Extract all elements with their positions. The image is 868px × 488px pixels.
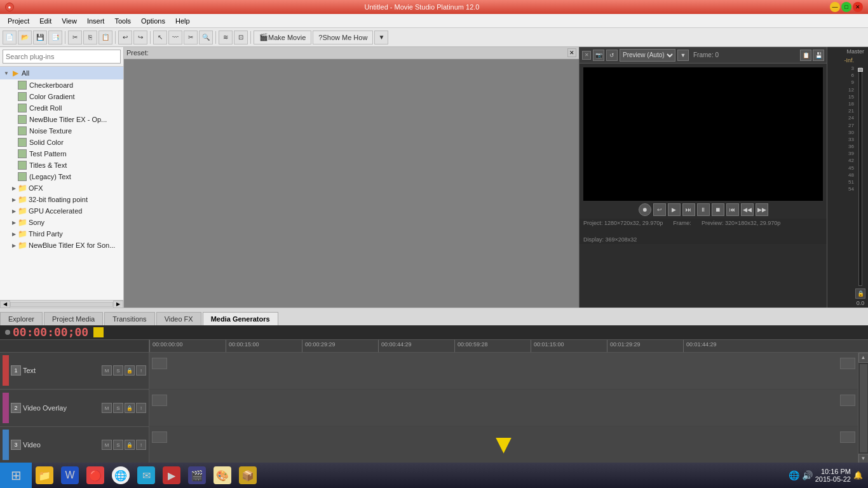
taskbar-files-button[interactable]: 📁 [32, 463, 57, 487]
save-as-button[interactable]: 📑 [48, 30, 62, 44]
snap-tool[interactable]: ⊡ [234, 30, 248, 44]
copy-button[interactable]: ⎘ [83, 30, 97, 44]
show-me-how-button[interactable]: ? Show Me How [313, 30, 373, 44]
save-button[interactable]: 💾 [33, 30, 47, 44]
preview-snap-button[interactable]: 📷 [593, 50, 604, 61]
tree-item-checkerboard[interactable]: Checkerboard [0, 79, 123, 91]
track3-mute-button[interactable]: M [102, 440, 112, 450]
open-button[interactable]: 📂 [18, 30, 32, 44]
preview-play-button[interactable]: ▶ [668, 203, 681, 216]
cursor-tool[interactable]: ↖ [153, 30, 167, 44]
redo-button[interactable]: ↪ [133, 30, 147, 44]
tray-notification-icon[interactable]: 🔔 [853, 471, 863, 480]
track2-fx-button[interactable]: ! [136, 403, 146, 413]
taskbar-app3-button[interactable]: 🔴 [83, 463, 108, 487]
scroll-thumb-v[interactable] [860, 364, 867, 452]
taskbar-mail-button[interactable]: ✉ [133, 463, 159, 487]
scroll-thumb[interactable] [10, 302, 113, 307]
preview-refresh-button[interactable]: ↺ [606, 50, 618, 61]
tree-item-legacy-text[interactable]: (Legacy) Text [0, 171, 123, 182]
taskbar-paint-button[interactable]: 🎨 [210, 463, 235, 487]
track1-mute-button[interactable]: M [102, 365, 112, 376]
tree-item-solid-color[interactable]: Solid Color [0, 137, 123, 148]
close-button[interactable]: ✕ [853, 2, 863, 12]
master-lock-button[interactable]: 🔒 [855, 288, 865, 299]
tree-item-third-party[interactable]: ▶ 📁 Third Party [0, 228, 123, 240]
tray-volume-icon[interactable]: 🔊 [802, 470, 813, 480]
preview-mode-select[interactable]: Preview (Auto) [620, 49, 675, 62]
minimize-button[interactable]: — [830, 2, 840, 12]
taskbar-word-button[interactable]: W [57, 463, 83, 487]
master-fader-handle[interactable] [858, 68, 863, 72]
tree-item-titles-text[interactable]: Titles & Text [0, 159, 123, 171]
new-button[interactable]: 📄 [3, 30, 17, 44]
track3-solo-button[interactable]: S [113, 440, 123, 450]
menu-insert[interactable]: Insert [82, 16, 110, 26]
tree-item-credit-roll[interactable]: Credit Roll [0, 102, 123, 114]
menu-view[interactable]: View [57, 16, 82, 26]
preview-rewind-button[interactable]: ⏮ [726, 203, 739, 216]
track2-lock-button[interactable]: 🔒 [125, 403, 135, 413]
menu-options[interactable]: Options [136, 16, 170, 26]
track3-lock-button[interactable]: 🔒 [125, 440, 135, 450]
track1-fx-button[interactable]: ! [136, 365, 146, 376]
preview-save-button[interactable]: 💾 [813, 50, 824, 61]
start-button[interactable]: ⊞ [0, 463, 32, 488]
preview-next-frame-button[interactable]: ▶▶ [756, 203, 768, 216]
ripple-tool[interactable]: ≋ [219, 30, 233, 44]
tab-media-generators[interactable]: Media Generators [203, 312, 278, 325]
tab-transitions[interactable]: Transitions [104, 312, 154, 325]
scroll-up-button[interactable]: ▲ [858, 353, 869, 363]
preview-stop-button[interactable]: ⏹ [712, 203, 724, 216]
track2-mute-button[interactable]: M [102, 403, 112, 413]
search-input[interactable] [3, 50, 121, 64]
taskbar-media-button[interactable]: ▶ [159, 463, 184, 487]
tree-item-test-pattern[interactable]: Test Pattern [0, 148, 123, 159]
preview-copy-button[interactable]: 📋 [800, 50, 811, 61]
preview-play-forward-button[interactable]: ⏭ [682, 203, 695, 216]
tree-item-all[interactable]: ▼ ▶ All [0, 67, 123, 79]
track2-solo-button[interactable]: S [113, 403, 123, 413]
vertical-scrollbar[interactable]: ▲ ▼ [858, 353, 868, 464]
track1-lock-button[interactable]: 🔒 [125, 365, 135, 376]
tree-item-gpu[interactable]: ▶ 📁 GPU Accelerated [0, 205, 123, 217]
preview-pause-button[interactable]: ⏸ [697, 203, 710, 216]
scroll-left-button[interactable]: ◀ [0, 301, 10, 308]
paste-button[interactable]: 📋 [98, 30, 112, 44]
tree-item-sony[interactable]: ▶ 📁 Sony [0, 217, 123, 228]
tree-item-32bit[interactable]: ▶ 📁 32-bit floating point [0, 194, 123, 205]
track1-solo-button[interactable]: S [113, 365, 123, 376]
undo-button[interactable]: ↩ [118, 30, 132, 44]
preview-loop-button[interactable]: ↩ [653, 203, 666, 216]
tree-item-ofx[interactable]: ▶ 📁 OFX [0, 182, 123, 194]
menu-help[interactable]: Help [170, 16, 195, 26]
tab-video-fx[interactable]: Video FX [156, 312, 201, 325]
preview-prev-frame-button[interactable]: ◀◀ [741, 203, 754, 216]
preview-record-button[interactable]: ⏺ [639, 203, 651, 216]
preview-dropdown-button[interactable]: ▼ [677, 50, 689, 61]
tree-item-noise[interactable]: Noise Texture [0, 125, 123, 137]
taskbar-movie-button[interactable]: 🎬 [184, 463, 210, 487]
zoom-tool[interactable]: 🔍 [199, 30, 213, 44]
tree-item-newblue-folder[interactable]: ▶ 📁 NewBlue Titler EX for Son... [0, 240, 123, 251]
tab-explorer[interactable]: Explorer [0, 312, 43, 325]
envelope-tool[interactable]: 〰 [168, 30, 182, 44]
track3-fx-button[interactable]: ! [136, 440, 146, 450]
cut-button[interactable]: ✂ [68, 30, 82, 44]
tray-network-icon[interactable]: 🌐 [789, 470, 799, 480]
preview-close-button[interactable]: ✕ [582, 51, 591, 60]
menu-edit[interactable]: Edit [34, 16, 57, 26]
extra-button[interactable]: ▼ [374, 30, 388, 44]
menu-tools[interactable]: Tools [109, 16, 136, 26]
split-tool[interactable]: ✂ [184, 30, 198, 44]
tree-item-color-gradient[interactable]: Color Gradient [0, 91, 123, 102]
preset-close-button[interactable]: ✕ [567, 48, 576, 57]
taskbar-pkg-button[interactable]: 📦 [235, 463, 261, 487]
taskbar-chrome-button[interactable]: 🌐 [108, 463, 133, 487]
menu-project[interactable]: Project [3, 16, 34, 26]
tab-project-media[interactable]: Project Media [44, 312, 103, 325]
tree-item-newblue[interactable]: NewBlue Titler EX - Op... [0, 114, 123, 125]
maximize-button[interactable]: □ [841, 2, 851, 12]
make-movie-button[interactable]: 🎬 Make Movie [254, 30, 311, 44]
scroll-right-button[interactable]: ▶ [113, 301, 123, 308]
